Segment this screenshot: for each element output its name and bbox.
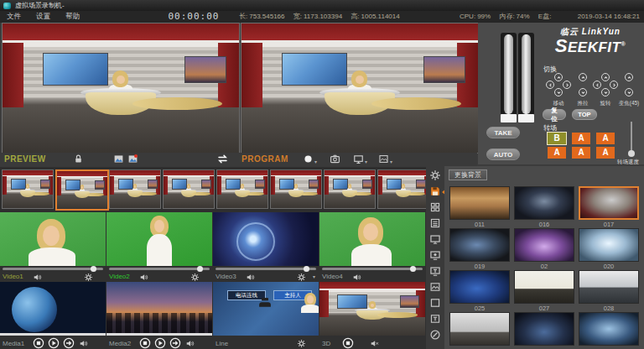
- scene-thumb-partial-2[interactable]: [514, 312, 574, 346]
- record-dropdown-caret[interactable]: ▾: [314, 159, 317, 164]
- video3-volume-slider[interactable]: [216, 268, 316, 270]
- rail-save-button-active[interactable]: [428, 185, 442, 199]
- video1-audio-button[interactable]: [31, 272, 43, 282]
- settings-dropdown-caret[interactable]: ▾: [313, 273, 315, 279]
- record-button[interactable]: [302, 154, 314, 166]
- tbar-handle-left[interactable]: [501, 114, 517, 122]
- camera-angle-thumb-1[interactable]: [2, 169, 54, 209]
- dolly-up-button[interactable]: [579, 73, 587, 81]
- scene-thumb-025[interactable]: 025: [449, 270, 510, 312]
- media1-stop-button[interactable]: [32, 337, 44, 349]
- transition-a-button[interactable]: A: [572, 133, 590, 144]
- scene-thumb-027[interactable]: 027: [514, 270, 574, 312]
- take-button[interactable]: TAKE: [486, 127, 520, 138]
- camera-capture-button[interactable]: [329, 154, 341, 166]
- phone-call-button[interactable]: 电话连线: [227, 290, 266, 300]
- rotate-left-button[interactable]: [593, 81, 601, 89]
- rail-settings-button[interactable]: [428, 169, 442, 183]
- menu-settings[interactable]: 设置: [36, 12, 50, 22]
- camera-angle-thumb-6[interactable]: [270, 169, 322, 209]
- rail-image-button[interactable]: [428, 281, 442, 294]
- rotate-up-button[interactable]: [601, 73, 610, 81]
- zoom-in-button[interactable]: [625, 73, 633, 81]
- video1-thumbnail[interactable]: [0, 212, 106, 266]
- camera-angle-thumb-5[interactable]: [216, 169, 268, 209]
- rail-monitor-button[interactable]: [428, 233, 442, 247]
- rail-edit-button[interactable]: [428, 329, 442, 342]
- transition-a-button[interactable]: A: [596, 133, 615, 144]
- media2-loop-button[interactable]: [169, 337, 181, 349]
- media2-progress-bar[interactable]: [106, 333, 212, 336]
- media1-audio-button[interactable]: [77, 338, 89, 348]
- threed-thumbnail-selected[interactable]: [319, 282, 425, 336]
- reset-button[interactable]: 复位: [543, 109, 566, 120]
- video4-thumbnail[interactable]: [319, 212, 425, 266]
- transition-a-button[interactable]: A: [572, 147, 590, 159]
- snapshot-1-button[interactable]: [112, 154, 125, 166]
- scene-thumb-020[interactable]: 020: [579, 228, 639, 270]
- scene-thumb-partial-3[interactable]: [579, 312, 639, 346]
- rotate-down-button[interactable]: [601, 88, 610, 96]
- scene-thumb-019[interactable]: 019: [449, 228, 510, 270]
- video3-settings-button[interactable]: [295, 272, 307, 282]
- program-monitor[interactable]: [241, 23, 479, 154]
- video4-volume-slider[interactable]: [322, 268, 423, 270]
- video4-audio-button[interactable]: [351, 272, 362, 282]
- line-thumbnail[interactable]: 电话连线 主持人: [213, 282, 319, 336]
- camera-angle-thumb-2-selected[interactable]: [55, 169, 109, 211]
- threed-audio-muted-button[interactable]: [368, 338, 380, 348]
- media1-play-button[interactable]: [47, 337, 60, 349]
- image-output-button[interactable]: [377, 154, 390, 166]
- media1-thumbnail[interactable]: [0, 282, 106, 336]
- output-monitor-button[interactable]: [352, 154, 365, 166]
- host-button[interactable]: 主持人: [273, 290, 312, 300]
- video1-volume-slider[interactable]: [3, 268, 103, 270]
- camera-angle-thumb-3[interactable]: [109, 169, 161, 209]
- swap-preview-program-button[interactable]: [216, 154, 229, 166]
- media1-loop-button[interactable]: [62, 337, 75, 349]
- transition-a-button[interactable]: A: [548, 147, 566, 159]
- transition-a-button[interactable]: A: [596, 147, 615, 159]
- video2-audio-button[interactable]: [138, 272, 149, 282]
- rail-playlist-button[interactable]: [428, 217, 442, 231]
- scene-thumb-028[interactable]: 028: [579, 270, 639, 312]
- scene-thumb-partial-1[interactable]: [449, 312, 510, 346]
- transition-tbar[interactable]: [501, 33, 535, 123]
- dolly-down-button[interactable]: [579, 88, 587, 96]
- top-button[interactable]: TOP: [572, 109, 597, 120]
- camera-angle-thumb-8[interactable]: [377, 169, 429, 209]
- media2-thumbnail[interactable]: [106, 282, 212, 336]
- lock-button[interactable]: [72, 154, 85, 166]
- scene-thumb-016[interactable]: 016: [514, 186, 574, 228]
- video2-volume-slider[interactable]: [109, 268, 210, 270]
- scene-thumb-017-selected[interactable]: 017: [579, 186, 639, 228]
- move-up-button[interactable]: [554, 73, 563, 81]
- rail-frame-button[interactable]: [428, 297, 442, 310]
- image-dropdown-caret[interactable]: ▾: [390, 159, 392, 164]
- rail-templates-button[interactable]: [428, 201, 442, 215]
- move-right-button[interactable]: [563, 81, 571, 89]
- media2-audio-button[interactable]: [184, 338, 195, 348]
- rail-lighting-button[interactable]: [428, 249, 442, 263]
- rail-text-button[interactable]: [428, 313, 442, 326]
- video2-thumbnail[interactable]: [106, 212, 212, 266]
- slider-thumb[interactable]: [628, 150, 635, 157]
- media2-play-button[interactable]: [153, 337, 166, 349]
- move-left-button[interactable]: [546, 81, 554, 89]
- tbar-handle-right[interactable]: [518, 114, 534, 122]
- media2-stop-button[interactable]: [138, 337, 151, 349]
- line-settings-button[interactable]: [295, 338, 307, 348]
- transition-b-button[interactable]: B: [548, 133, 566, 144]
- monitor-dropdown-caret[interactable]: ▾: [365, 159, 367, 164]
- media1-progress-bar[interactable]: [0, 333, 106, 336]
- camera-angle-thumb-4[interactable]: [163, 169, 215, 209]
- video2-settings-button[interactable]: [189, 272, 200, 282]
- scene-thumb-02[interactable]: 02: [514, 228, 574, 270]
- video3-thumbnail[interactable]: [213, 212, 319, 266]
- auto-button[interactable]: AUTO: [486, 148, 520, 160]
- camera-angle-thumb-7[interactable]: [324, 169, 376, 209]
- change-background-tab[interactable]: 更换背景: [449, 169, 487, 180]
- zoom-out-button[interactable]: [625, 88, 633, 96]
- video1-settings-button[interactable]: [82, 272, 94, 282]
- rotate-right-button[interactable]: [610, 81, 618, 89]
